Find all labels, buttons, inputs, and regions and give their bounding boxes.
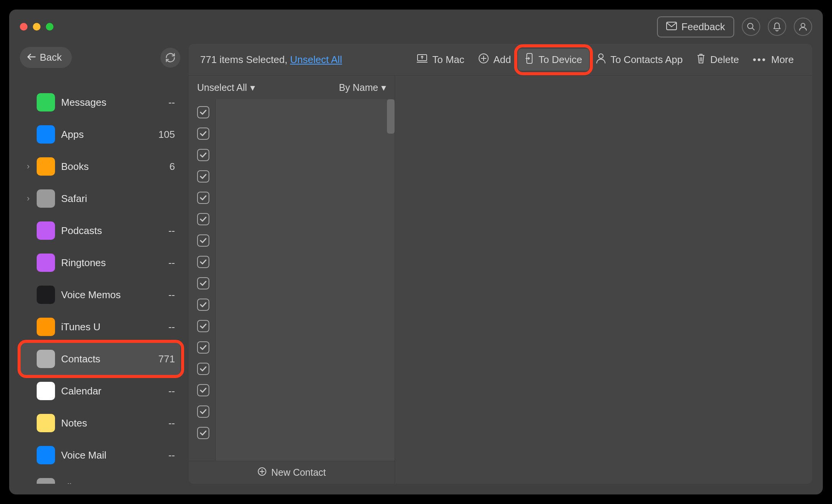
itunesu-icon <box>37 318 55 336</box>
mail-icon <box>666 21 677 33</box>
sidebar-item-label: File System <box>55 481 175 484</box>
sidebar-item-ringtones[interactable]: Ringtones-- <box>20 247 180 279</box>
sidebar-item-count: -- <box>168 257 175 269</box>
sidebar-item-count: 6 <box>170 161 175 173</box>
sidebar-item-notes[interactable]: Notes-- <box>20 407 180 439</box>
sidebar-item-podcasts[interactable]: Podcasts-- <box>20 215 180 247</box>
sync-button[interactable] <box>160 48 180 68</box>
sidebar-list[interactable]: Messages--Apps105›Books6›SafariPodcasts-… <box>20 75 180 484</box>
back-label: Back <box>40 52 62 63</box>
notifications-button[interactable] <box>768 18 786 36</box>
account-button[interactable] <box>794 18 812 36</box>
sidebar-item-label: Voice Mail <box>55 449 168 461</box>
contact-checkbox[interactable] <box>197 149 209 161</box>
contact-checkbox[interactable] <box>197 405 209 418</box>
chevron-down-icon: ▾ <box>250 82 255 93</box>
add-label: Add <box>494 54 511 66</box>
to-device-button[interactable]: To Device <box>518 49 589 71</box>
window-close-button[interactable] <box>20 23 28 31</box>
to-contacts-label: To Contacts App <box>610 54 683 66</box>
contact-checkbox[interactable] <box>197 299 209 311</box>
sidebar-item-messages[interactable]: Messages-- <box>20 86 180 118</box>
search-button[interactable] <box>742 18 760 36</box>
sidebar-item-count: -- <box>168 417 175 429</box>
new-contact-button[interactable]: New Contact <box>189 461 395 484</box>
back-button[interactable]: Back <box>20 47 72 68</box>
message-icon <box>37 93 55 111</box>
selection-status: 771 items Selected, Unselect All <box>200 54 342 66</box>
contact-checkbox[interactable] <box>197 170 209 183</box>
export-mac-icon <box>416 53 428 66</box>
contact-checkbox[interactable] <box>197 234 209 247</box>
sort-label: By Name <box>339 82 378 93</box>
window-minimize-button[interactable] <box>33 23 40 31</box>
traffic-lights <box>20 23 53 31</box>
sidebar-item-count: -- <box>168 289 175 301</box>
sidebar-item-apps[interactable]: Apps105 <box>20 118 180 150</box>
contact-checkbox[interactable] <box>197 320 209 332</box>
person-icon <box>596 53 606 66</box>
unselect-all-label: Unselect All <box>197 82 247 93</box>
contact-checkbox[interactable] <box>197 363 209 375</box>
add-button[interactable]: Add <box>471 49 518 70</box>
new-contact-label: New Contact <box>271 467 326 478</box>
delete-button[interactable]: Delete <box>690 49 746 70</box>
scrollbar-thumb[interactable] <box>387 99 395 134</box>
unselect-all-link[interactable]: Unselect All <box>290 54 342 65</box>
sidebar-top: Back <box>20 44 180 75</box>
to-contacts-app-button[interactable]: To Contacts App <box>589 49 690 70</box>
contact-checkbox[interactable] <box>197 213 209 225</box>
contact-detail-pane <box>395 76 812 484</box>
sidebar-item-itunes-u[interactable]: iTunes U-- <box>20 311 180 343</box>
contact-checkbox[interactable] <box>197 384 209 396</box>
sidebar-item-label: Podcasts <box>55 225 168 237</box>
sidebar-item-label: Apps <box>55 129 159 141</box>
chevron-right-icon: › <box>20 482 37 484</box>
sidebar-item-count: -- <box>168 321 175 333</box>
more-button[interactable]: ••• More <box>746 50 801 69</box>
voice-memos-icon <box>37 286 55 304</box>
contact-checkbox[interactable] <box>197 427 209 439</box>
more-label: More <box>771 54 794 66</box>
sidebar-item-label: Ringtones <box>55 257 168 269</box>
window-maximize-button[interactable] <box>46 23 53 31</box>
refresh-icon <box>165 52 176 63</box>
voicemail-icon <box>37 446 55 464</box>
delete-label: Delete <box>710 54 739 66</box>
sidebar-item-voice-mail[interactable]: Voice Mail-- <box>20 439 180 471</box>
sidebar-item-label: Safari <box>55 193 175 205</box>
sidebar-item-safari[interactable]: ›Safari <box>20 183 180 215</box>
sidebar-item-calendar[interactable]: Calendar-- <box>20 375 180 407</box>
sort-dropdown[interactable]: By Name ▾ <box>339 82 386 93</box>
contact-checkbox[interactable] <box>197 106 209 118</box>
main-body: Unselect All ▾ By Name ▾ <box>189 75 812 484</box>
unselect-all-dropdown[interactable]: Unselect All ▾ <box>197 82 255 93</box>
sidebar-item-contacts[interactable]: Contacts771 <box>20 343 180 375</box>
more-icon: ••• <box>753 54 766 66</box>
notes-icon <box>37 414 55 432</box>
feedback-button[interactable]: Feedback <box>657 16 734 37</box>
list-header: Unselect All ▾ By Name ▾ <box>189 76 395 99</box>
contact-checkbox[interactable] <box>197 128 209 140</box>
sidebar-item-count: -- <box>168 449 175 461</box>
apps-icon <box>37 125 55 144</box>
sidebar-item-label: Books <box>55 161 170 173</box>
contact-list[interactable] <box>189 99 395 461</box>
sidebar-item-file-system[interactable]: ›File System <box>20 471 180 484</box>
sidebar-item-books[interactable]: ›Books6 <box>20 150 180 183</box>
sidebar-item-count: 105 <box>159 129 175 141</box>
contact-checkbox[interactable] <box>197 277 209 289</box>
to-mac-button[interactable]: To Mac <box>410 50 471 70</box>
sidebar-item-voice-memos[interactable]: Voice Memos-- <box>20 279 180 311</box>
feedback-label: Feedback <box>681 21 725 33</box>
books-icon <box>37 157 55 176</box>
contact-checkbox[interactable] <box>197 256 209 268</box>
contact-checkbox[interactable] <box>197 192 209 204</box>
user-icon <box>798 22 808 31</box>
contact-checkbox[interactable] <box>197 341 209 354</box>
contact-list-column: Unselect All ▾ By Name ▾ <box>189 76 395 484</box>
trash-icon <box>696 53 706 66</box>
main-toolbar: 771 items Selected, Unselect All To Mac <box>189 44 812 75</box>
titlebar-right: Feedback <box>657 16 812 37</box>
export-device-icon <box>525 53 534 67</box>
